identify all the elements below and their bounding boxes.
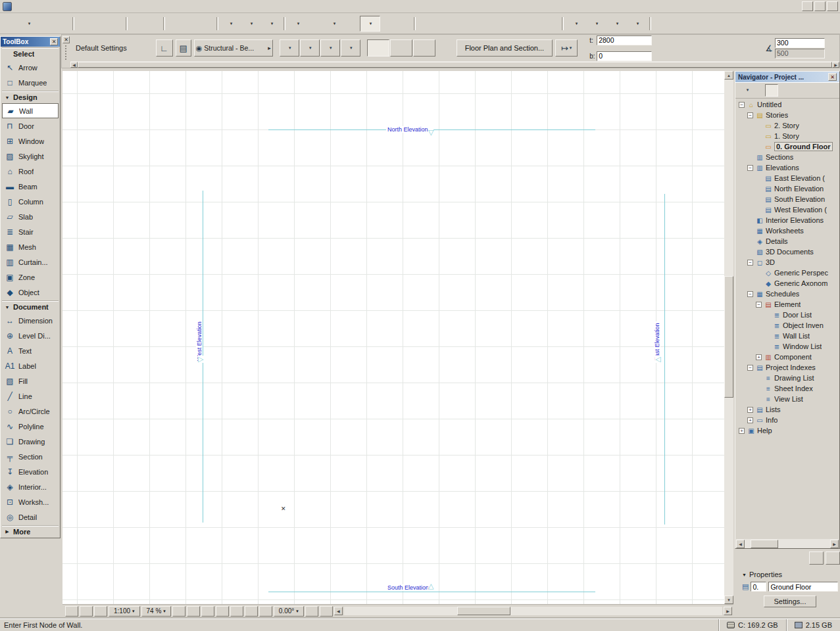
tree-item-sections[interactable]: ▥ Sections	[736, 152, 839, 162]
toolbox-item-curtain-wall[interactable]: ▥ Curtain...	[2, 254, 59, 269]
inject-parameters-button[interactable]	[199, 16, 214, 32]
scroll-left-icon[interactable]: ◀	[736, 540, 745, 548]
toolbox-item-dimension[interactable]: ↔ Dimension	[2, 313, 59, 328]
tree-item-story-1[interactable]: ▭ 1. Story	[736, 131, 839, 141]
rotate-view-button[interactable]	[259, 606, 272, 617]
toolbox-item-mesh[interactable]: ▦ Mesh	[2, 239, 59, 254]
tree-item-elevations[interactable]: − ▥ Elevations	[736, 162, 839, 173]
scrollbar-thumb[interactable]	[751, 540, 778, 548]
pen-set-dropdown[interactable]	[360, 16, 380, 32]
previous-zoom-button[interactable]	[187, 606, 200, 617]
zoom-to-selection-button[interactable]	[80, 606, 93, 617]
gravity-dropdown[interactable]	[241, 16, 261, 32]
geometry-straight-button[interactable]	[280, 39, 299, 57]
tree-item-sheet-index[interactable]: ≡ Sheet Index	[736, 383, 839, 394]
wall-default-settings-button[interactable]: ∟	[156, 39, 173, 57]
minimize-button[interactable]	[802, 1, 813, 11]
geometry-curved-button[interactable]	[300, 39, 320, 57]
toolbox-titlebar[interactable]: ToolBox ✕	[1, 37, 60, 47]
offset-button[interactable]	[497, 16, 512, 32]
paste-button[interactable]	[108, 16, 124, 32]
toolbox-item-window[interactable]: ⊞ Window	[2, 133, 59, 149]
top-offset-input[interactable]	[597, 35, 652, 45]
navigator-scrollbar[interactable]: ◀ ▶	[736, 539, 839, 548]
expander-icon[interactable]: −	[747, 365, 753, 371]
tree-item-north-elevation[interactable]: ▤ North Elevation	[736, 183, 839, 194]
menu-teamwork[interactable]	[79, 5, 89, 8]
expander-icon[interactable]: −	[739, 102, 745, 108]
cut-button[interactable]	[76, 16, 92, 32]
vertical-scrollbar[interactable]: ▲ ▼	[724, 71, 733, 604]
toolbox-item-beam[interactable]: ▬ Beam	[2, 179, 59, 194]
wall-rectangle-method-button[interactable]	[413, 39, 435, 57]
zoom-options-button[interactable]	[172, 606, 185, 617]
wall-chained-method-button[interactable]	[390, 39, 412, 57]
open-button[interactable]	[18, 16, 39, 32]
toolbox-header-more[interactable]: ▶ More	[2, 525, 59, 538]
toolbox-item-text[interactable]: A Text	[2, 343, 59, 358]
tree-item-interior-elevations[interactable]: ◧ Interior Elevations	[736, 215, 839, 225]
expander-icon[interactable]: −	[747, 260, 753, 266]
toolbox-item-object[interactable]: ◆ Object	[2, 285, 59, 300]
copy-button[interactable]	[92, 16, 108, 32]
toolbox-item-roof[interactable]: ⌂ Roof	[2, 164, 59, 179]
toolbox-item-detail[interactable]: ◎ Detail	[2, 509, 59, 525]
zoom-in-button[interactable]	[201, 606, 214, 617]
control-cancel-button[interactable]	[826, 551, 840, 565]
frame-button[interactable]	[308, 16, 324, 32]
bottom-offset-input[interactable]	[597, 51, 652, 61]
display-options-dropdown[interactable]	[586, 16, 606, 32]
tree-item-window-list[interactable]: ≣ Window List	[736, 341, 839, 352]
layout-book-button[interactable]	[794, 84, 807, 97]
menu-document[interactable]	[58, 5, 68, 8]
expander-icon[interactable]: −	[747, 291, 753, 297]
story-name-field[interactable]	[768, 582, 838, 592]
scroll-left-icon[interactable]: ◀	[334, 607, 343, 615]
infobox-close-icon[interactable]: ✕	[62, 36, 70, 43]
drawing-canvas[interactable]: North Elevation South Elevation West Ele…	[62, 71, 724, 604]
expander-icon[interactable]: +	[747, 417, 753, 423]
fit-width-button[interactable]	[94, 606, 107, 617]
fillet-button[interactable]	[481, 16, 497, 32]
snap-grid-dropdown[interactable]	[287, 16, 308, 32]
east-elevation-line[interactable]	[664, 194, 665, 525]
toolbox-item-section[interactable]: ╤ Section	[2, 449, 59, 464]
menu-view[interactable]	[37, 5, 47, 8]
toolbox-item-interior-elevation[interactable]: ◈ Interior...	[2, 479, 59, 494]
toolbox-close-icon[interactable]: ✕	[50, 38, 58, 45]
expander-icon[interactable]: +	[739, 428, 745, 434]
tree-item-generic-perspective[interactable]: ◇ Generic Perspec	[736, 268, 839, 278]
reference-line-button[interactable]: ↦	[555, 39, 578, 57]
control-ok-button[interactable]	[809, 551, 824, 565]
south-elevation-line[interactable]	[268, 592, 595, 592]
close-button[interactable]	[827, 1, 838, 11]
expander-icon[interactable]: +	[747, 407, 753, 413]
pin-button[interactable]	[544, 16, 560, 32]
tree-item-drawing-list[interactable]: ≡ Drawing List	[736, 373, 839, 383]
tree-item-schedules[interactable]: − ▦ Schedules	[736, 289, 839, 299]
tree-item-story-2[interactable]: ▭ 2. Story	[736, 120, 839, 131]
infobox-grip[interactable]: ✕	[62, 35, 70, 61]
orbit-button[interactable]	[305, 606, 318, 617]
geometry-trapezoid-button[interactable]	[320, 39, 340, 57]
tree-item-untitled[interactable]: − ⌂ Untitled	[736, 99, 839, 110]
toolbox-header-design[interactable]: ▼ Design	[2, 91, 59, 103]
trim-button[interactable]	[418, 16, 433, 32]
toolbox-item-zone[interactable]: ▣ Zone	[2, 269, 59, 285]
zoom-out-button[interactable]	[216, 606, 229, 617]
scroll-right-icon[interactable]: ▶	[724, 607, 732, 615]
wall-height-input[interactable]	[775, 38, 825, 48]
resize-button[interactable]	[512, 16, 528, 32]
teamwork-button[interactable]	[653, 16, 669, 32]
toolbox-item-elevation[interactable]: ↧ Elevation	[2, 464, 59, 479]
project-chooser-button[interactable]	[737, 84, 757, 97]
grid-system-dropdown[interactable]	[324, 16, 344, 32]
tree-item-project-indexes[interactable]: − ▤ Project Indexes	[736, 362, 839, 373]
scrollbar-track[interactable]	[724, 80, 733, 596]
toolbox-item-door[interactable]: ⊓ Door	[2, 118, 59, 133]
tree-item-west-elevation[interactable]: ▤ West Elevation (	[736, 204, 839, 215]
walkthrough-button[interactable]	[669, 16, 685, 32]
navigator-titlebar[interactable]: Navigator - Project ... ✕	[735, 72, 839, 82]
tree-item-door-list[interactable]: ≣ Door List	[736, 310, 839, 320]
toolbox-item-arc-circle[interactable]: ○ Arc/Circle	[2, 404, 59, 419]
